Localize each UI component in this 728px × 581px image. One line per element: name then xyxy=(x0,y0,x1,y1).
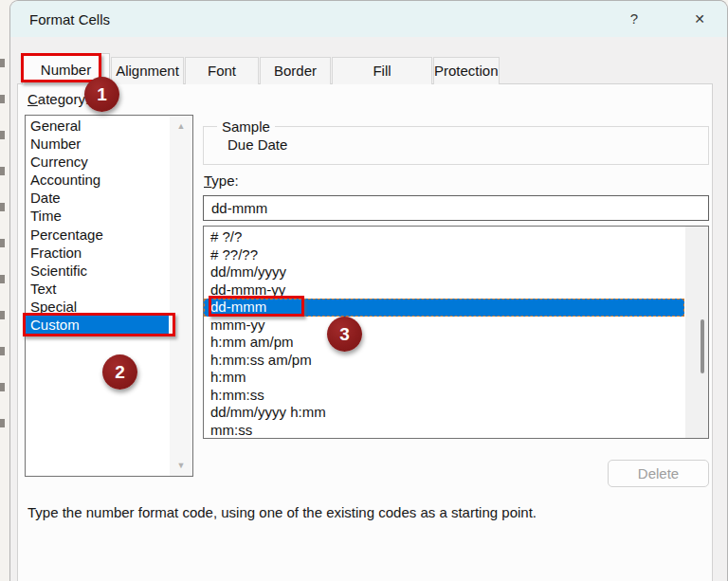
sample-groupbox: Sample Due Date xyxy=(203,126,709,165)
close-icon[interactable]: ✕ xyxy=(685,1,714,37)
background-sheet-marks xyxy=(0,59,5,438)
type-list-item[interactable]: dd-mmm-yy xyxy=(204,281,684,300)
tab[interactable]: Protection xyxy=(433,57,500,84)
type-list-item[interactable]: mmm-yy xyxy=(204,317,684,335)
category-list-item[interactable]: Percentage xyxy=(26,226,169,244)
type-list-item[interactable]: dd/mm/yyyy h:mm xyxy=(204,404,684,422)
category-list-item[interactable]: Currency xyxy=(26,153,169,171)
sample-label: Sample xyxy=(217,118,275,135)
category-list-item[interactable]: Time xyxy=(26,207,169,225)
type-items: # ?/?# ??/??dd/mm/yyyydd-mmm-yydd-mmmmmm… xyxy=(204,228,684,439)
scroll-up-icon[interactable]: ▲ xyxy=(170,121,192,131)
tab[interactable]: Fill xyxy=(332,57,432,84)
category-list-item[interactable]: Special xyxy=(26,298,169,316)
type-list-item[interactable]: h:mm:ss xyxy=(204,387,684,405)
category-label: Category: xyxy=(27,91,89,107)
tab[interactable]: Alignment xyxy=(111,57,184,84)
type-list-item[interactable]: h:mm:ss am/pm xyxy=(204,352,684,370)
background-app-sliver xyxy=(0,0,9,581)
dialog-titlebar: Format Cells ? ✕ xyxy=(10,1,727,37)
type-list-item[interactable]: h:mm xyxy=(204,369,684,387)
type-list-item[interactable]: mm:ss xyxy=(204,422,684,440)
annotation-badge-1: 1 xyxy=(84,77,119,112)
type-list-item[interactable]: dd/mm/yyyy xyxy=(204,263,684,281)
annotation-badge-2: 2 xyxy=(102,354,137,390)
type-label: Type: xyxy=(204,172,239,189)
type-listbox[interactable]: # ?/?# ??/??dd/mm/yyyydd-mmm-yydd-mmmmmm… xyxy=(203,226,709,439)
delete-button[interactable]: Delete xyxy=(608,460,709,487)
help-text: Type the number format code, using one o… xyxy=(27,504,691,520)
category-list-item[interactable]: Fraction xyxy=(26,244,169,262)
category-listbox[interactable]: GeneralNumberCurrencyAccountingDateTimeP… xyxy=(25,115,193,477)
type-list-item[interactable]: dd-mmm xyxy=(204,299,684,317)
category-items: GeneralNumberCurrencyAccountingDateTimeP… xyxy=(26,117,169,334)
category-scrollbar[interactable]: ▲ ▼ xyxy=(170,116,192,476)
category-list-item[interactable]: Scientific xyxy=(26,262,169,280)
type-scrollbar-thumb[interactable] xyxy=(701,319,704,373)
category-list-item[interactable]: Accounting xyxy=(26,171,169,189)
help-icon[interactable]: ? xyxy=(623,1,646,37)
type-list-item[interactable]: # ?/? xyxy=(204,228,684,246)
category-list-item[interactable]: Text xyxy=(26,280,169,298)
category-list-item[interactable]: General xyxy=(26,117,169,135)
annotation-badge-3: 3 xyxy=(327,317,362,352)
category-list-item[interactable]: Custom xyxy=(26,316,169,334)
type-list-item[interactable]: # ??/?? xyxy=(204,246,684,264)
type-input[interactable]: dd-mmm xyxy=(203,195,709,221)
type-list-item[interactable]: h:mm am/pm xyxy=(204,334,684,352)
format-cells-dialog: Format Cells ? ✕ NumberAlignmentFontBord… xyxy=(9,0,728,581)
sample-value: Due Date xyxy=(228,136,287,153)
type-scrollbar[interactable] xyxy=(685,227,708,438)
tab[interactable]: Font xyxy=(185,57,259,84)
tab[interactable]: Border xyxy=(260,57,331,84)
category-list-item[interactable]: Number xyxy=(26,135,169,153)
scroll-down-icon[interactable]: ▼ xyxy=(170,461,192,470)
dialog-title: Format Cells xyxy=(29,1,110,39)
category-list-item[interactable]: Date xyxy=(26,189,169,207)
